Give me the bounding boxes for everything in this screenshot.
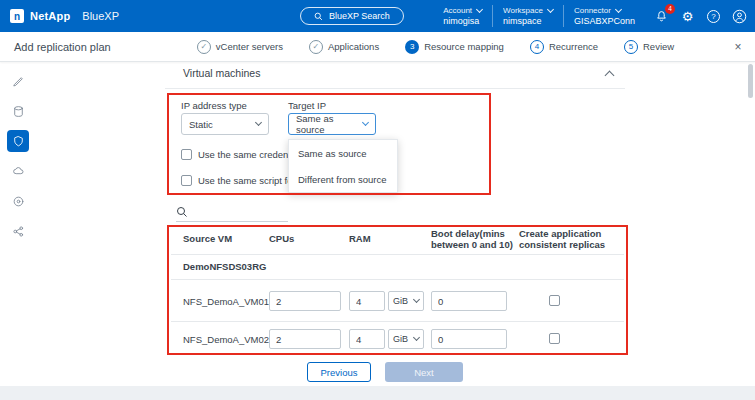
wizard-header: Add replication plan ✓ vCenter servers ✓… (0, 32, 755, 62)
consistent-replica-checkbox[interactable] (549, 333, 560, 344)
brand-netapp: NetApp (30, 10, 70, 22)
connector-label: Connector (574, 6, 611, 16)
left-nav (0, 62, 36, 386)
scrollbar[interactable] (748, 64, 753, 98)
cloud-icon (12, 165, 25, 178)
option-same-as-source[interactable]: Same as source (289, 140, 397, 166)
table-divider (171, 254, 624, 255)
step-number: 5 (624, 40, 638, 54)
account-value: nimogisa (443, 16, 482, 26)
step-label: vCenter servers (216, 41, 283, 52)
ram-unit-select[interactable]: GiB (388, 291, 424, 311)
step-applications[interactable]: ✓ Applications (309, 40, 379, 54)
sidebar-item-edit[interactable] (7, 70, 29, 92)
section-divider (165, 88, 625, 89)
step-review[interactable]: 5 Review (624, 40, 674, 54)
col-cpus: CPUs (269, 233, 294, 244)
cpus-input[interactable] (269, 291, 341, 311)
search-label: BlueXP Search (329, 11, 390, 21)
target-ip-value: Same as source (296, 113, 363, 135)
step-resource-mapping[interactable]: 3 Resource mapping (405, 40, 504, 54)
chevron-down-icon (362, 119, 369, 126)
collapse-chevron-up-icon[interactable] (605, 71, 615, 81)
close-button[interactable]: × (721, 40, 755, 54)
same-script-checkbox[interactable] (181, 175, 192, 186)
option-different-from-source[interactable]: Different from source (289, 166, 397, 192)
target-icon (12, 195, 25, 208)
ram-unit-value: GiB (393, 334, 408, 344)
close-icon: × (734, 40, 741, 54)
notifications-button[interactable]: 4 (652, 7, 671, 26)
step-label: Resource mapping (424, 41, 504, 52)
storage-icon (12, 105, 25, 118)
target-ip-dropdown-menu: Same as source Different from source (288, 139, 398, 193)
step-label: Review (643, 41, 674, 52)
step-number: 3 (405, 40, 419, 54)
ram-unit-select[interactable]: GiB (388, 329, 424, 349)
table-row-vm-name: NFS_DemoA_VM02 (183, 334, 269, 345)
ip-address-type-select[interactable]: Static (181, 113, 269, 135)
col-boot-delay: Boot delay(mins between 0 and 10) (431, 228, 515, 250)
pencil-icon (12, 75, 25, 88)
step-label: Applications (328, 41, 379, 52)
section-title: Virtual machines (183, 67, 260, 79)
top-header: n NetApp BlueXP BlueXP Search Account ni… (0, 0, 755, 32)
chevron-down-icon (413, 334, 420, 341)
search-icon (176, 206, 188, 218)
check-icon: ✓ (309, 40, 323, 54)
table-divider (171, 321, 624, 322)
step-number: 4 (530, 40, 544, 54)
chevron-down-icon (476, 6, 483, 13)
gear-icon: ⚙ (682, 10, 694, 23)
ram-input[interactable] (349, 329, 385, 349)
same-credentials-checkbox[interactable] (181, 149, 192, 160)
settings-button[interactable]: ⚙ (678, 7, 697, 26)
sidebar-item-target[interactable] (7, 190, 29, 212)
table-divider (171, 279, 624, 280)
user-menu-button[interactable] (730, 7, 749, 26)
page-background-strip (0, 386, 755, 400)
vm-group-name: DemoNFSDS03RG (183, 261, 266, 272)
consistent-replica-checkbox[interactable] (549, 295, 560, 306)
next-button[interactable]: Next (385, 362, 463, 382)
ip-address-type-label: IP address type (181, 100, 247, 111)
sidebar-item-share[interactable] (7, 220, 29, 242)
step-recurrence[interactable]: 4 Recurrence (530, 40, 598, 54)
page-title: Add replication plan (0, 41, 150, 53)
ip-address-type-value: Static (189, 119, 213, 130)
connector-value: GISABXPConn (574, 16, 635, 26)
step-vcenter-servers[interactable]: ✓ vCenter servers (197, 40, 283, 54)
chevron-down-icon (255, 119, 262, 126)
col-source-vm: Source VM (183, 233, 232, 244)
workspace-menu[interactable]: Workspace nimspace (492, 5, 563, 27)
vm-search-input[interactable] (176, 202, 288, 222)
ram-input[interactable] (349, 291, 385, 311)
table-row-vm-name: NFS_DemoA_VM01 (183, 296, 269, 307)
chevron-down-icon (413, 296, 420, 303)
chevron-down-icon (615, 6, 622, 13)
cpus-input[interactable] (269, 329, 341, 349)
sidebar-item-cloud[interactable] (7, 160, 29, 182)
boot-delay-input[interactable] (431, 329, 507, 349)
col-consistent-replicas: Create application consistent replicas (519, 228, 615, 250)
col-ram: RAM (349, 233, 371, 244)
user-icon (732, 9, 747, 24)
bluexp-search-button[interactable]: BlueXP Search (300, 7, 404, 25)
netapp-logo-icon: n (10, 9, 24, 23)
notifications-badge: 4 (665, 4, 675, 14)
workspace-value: nimspace (503, 16, 553, 26)
sidebar-item-protection[interactable] (7, 130, 29, 152)
share-icon (12, 225, 25, 238)
search-icon (314, 12, 323, 21)
connector-menu[interactable]: Connector GISABXPConn (563, 5, 645, 27)
step-label: Recurrence (549, 41, 598, 52)
target-ip-select[interactable]: Same as source (288, 113, 376, 135)
help-button[interactable]: ? (704, 7, 723, 26)
help-icon: ? (707, 10, 720, 23)
account-menu[interactable]: Account nimogisa (433, 5, 492, 27)
wizard-stepper: ✓ vCenter servers ✓ Applications 3 Resou… (150, 40, 721, 54)
boot-delay-input[interactable] (431, 291, 507, 311)
sidebar-item-storage[interactable] (7, 100, 29, 122)
check-icon: ✓ (197, 40, 211, 54)
previous-button[interactable]: Previous (307, 362, 371, 382)
